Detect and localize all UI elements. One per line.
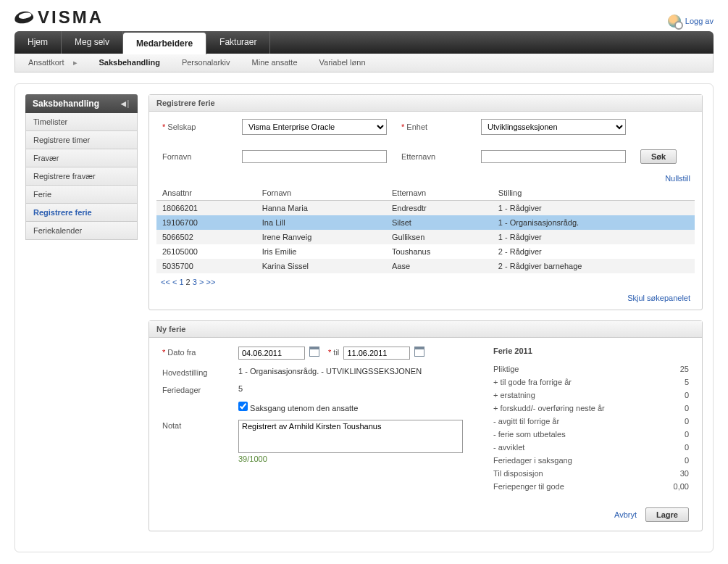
logout-label: Logg av <box>685 17 714 25</box>
cell: 5035700 <box>156 259 256 273</box>
cell: Toushanus <box>386 244 493 259</box>
sub-personalarkiv[interactable]: Personalarkiv <box>182 58 230 67</box>
nav-hjem[interactable]: Hjem <box>14 31 62 54</box>
summary-label: Feriedager i saksgang <box>493 456 572 465</box>
sub-mine-ansatte[interactable]: Mine ansatte <box>252 58 298 67</box>
bypass-checkbox[interactable] <box>238 402 248 411</box>
cell: 18066201 <box>156 201 256 216</box>
lname-label: Etternavn <box>401 152 466 161</box>
sidebar-item-registrere-fravaer[interactable]: Registrere fravær <box>25 167 138 186</box>
new-vacation-panel: Ny ferie * Dato fra * til Hovedstilli <box>148 320 703 531</box>
logout-link[interactable]: Logg av <box>668 14 714 28</box>
sidebar: Saksbehandling ◀│ Timelister Registrere … <box>25 94 138 542</box>
sidebar-item-timelister[interactable]: Timelister <box>25 113 138 131</box>
save-button[interactable]: Lagre <box>645 507 689 522</box>
hide-search-link[interactable]: Skjul søkepanelet <box>627 294 690 302</box>
days-value: 5 <box>238 384 243 393</box>
lname-input[interactable] <box>481 150 626 163</box>
collapse-icon: ◀│ <box>121 100 130 107</box>
col-etternavn[interactable]: Etternavn <box>386 186 493 201</box>
cell: 5066502 <box>156 230 256 244</box>
summary-row: Feriedager i saksgang0 <box>493 454 689 467</box>
summary-value: 0 <box>685 430 689 439</box>
summary-label: Pliktige <box>493 365 519 373</box>
search-panel: Registrere ferie * Selskap Visma Enterpr… <box>148 94 703 310</box>
new-vacation-title: Ny ferie <box>149 321 702 338</box>
table-row[interactable]: 5035700Karina SisselAase2 - Rådgiver bar… <box>156 259 695 273</box>
pager-first[interactable]: << <box>161 278 170 286</box>
results-table: Ansattnr Fornavn Etternavn Stilling 1806… <box>156 186 695 273</box>
user-settings-icon <box>668 14 681 28</box>
sub-saksbehandling[interactable]: Saksbehandling <box>99 58 160 67</box>
note-textarea[interactable]: Registrert av Arnhild Kirsten Toushanus <box>238 420 463 453</box>
nav-meg-selv[interactable]: Meg selv <box>62 31 123 54</box>
summary-row: + til gode fra forrige år5 <box>493 376 689 389</box>
summary-label: Feriepenger til gode <box>493 482 564 491</box>
reset-link[interactable]: Nullstill <box>665 174 690 183</box>
fname-label: Fornavn <box>162 152 227 161</box>
summary-label: - avviklet <box>493 443 524 452</box>
summary-value: 5 <box>685 378 689 386</box>
summary-label: - ferie som utbetales <box>493 430 566 439</box>
summary-label: + erstatning <box>493 391 535 399</box>
company-select[interactable]: Visma Enterprise Oracle <box>242 119 387 135</box>
calendar-icon[interactable] <box>414 347 424 357</box>
col-ansattnr[interactable]: Ansattnr <box>156 186 256 201</box>
calendar-icon[interactable] <box>309 347 319 357</box>
nav-fakturaer[interactable]: Fakturaer <box>206 31 270 54</box>
note-counter-max: /1000 <box>247 455 267 463</box>
pager-prev[interactable]: < <box>172 278 177 286</box>
pager-3[interactable]: 3 <box>193 278 197 286</box>
summary-value: 0 <box>685 443 689 452</box>
summary-label: + til gode fra forrige år <box>493 378 572 386</box>
summary-row: Pliktige25 <box>493 362 689 376</box>
brand-text: VISMA <box>38 7 104 28</box>
cell: 2 - Rådgiver barnehage <box>493 259 695 273</box>
fname-input[interactable] <box>242 150 387 163</box>
note-label: Notat <box>162 420 238 430</box>
summary-row: + erstatning0 <box>493 389 689 402</box>
cell: 1 - Organisasjonsrådg. <box>493 215 695 230</box>
sidebar-item-feriekalender[interactable]: Feriekalender <box>25 222 138 240</box>
summary-value: 30 <box>680 469 689 478</box>
bypass-checkbox-wrap[interactable]: Saksgang utenom den ansatte <box>238 402 358 412</box>
search-button[interactable]: Søk <box>640 149 677 164</box>
brand-icon <box>14 10 34 25</box>
summary-row: - avviklet0 <box>493 441 689 454</box>
sidebar-item-registrere-ferie[interactable]: Registrere ferie <box>25 204 138 222</box>
summary-title: Ferie 2011 <box>493 347 689 355</box>
unit-select[interactable]: Utviklingsseksjonen <box>481 119 626 135</box>
summary-label: Til disposisjon <box>493 469 543 478</box>
date-from-input[interactable] <box>238 347 305 360</box>
sub-variabel-lonn[interactable]: Variabel lønn <box>319 58 366 67</box>
date-to-input[interactable] <box>343 347 410 360</box>
summary-value: 0 <box>685 404 689 412</box>
search-panel-title: Registrere ferie <box>149 95 702 112</box>
col-fornavn[interactable]: Fornavn <box>256 186 386 201</box>
sub-ansattkort[interactable]: Ansattkort <box>28 58 64 67</box>
nav-medarbeidere[interactable]: Medarbeidere <box>123 33 206 54</box>
pager-last[interactable]: >> <box>206 278 215 286</box>
cell: 1 - Rådgiver <box>493 201 695 216</box>
summary-row: + forskudd/- overføring neste år0 <box>493 402 689 415</box>
date-to-label: * til <box>328 347 339 357</box>
sidebar-title[interactable]: Saksbehandling ◀│ <box>25 94 138 113</box>
summary-value: 0,00 <box>674 482 689 491</box>
table-row[interactable]: 5066502Irene RanveigGulliksen1 - Rådgive… <box>156 230 695 244</box>
pager-1[interactable]: 1 <box>179 278 183 286</box>
days-label: Feriedager <box>162 384 238 394</box>
summary-row: - avgitt til forrige år0 <box>493 415 689 428</box>
cell: Karina Sissel <box>256 259 386 273</box>
table-row[interactable]: 18066201Hanna MariaEndresdtr1 - Rådgiver <box>156 201 695 216</box>
sidebar-item-fravaer[interactable]: Fravær <box>25 149 138 167</box>
position-label: Hovedstilling <box>162 367 238 377</box>
pager-next[interactable]: > <box>199 278 204 286</box>
table-row[interactable]: 26105000Iris EmilieToushanus2 - Rådgiver <box>156 244 695 259</box>
sidebar-item-ferie[interactable]: Ferie <box>25 186 138 204</box>
col-stilling[interactable]: Stilling <box>493 186 695 201</box>
pager-2[interactable]: 2 <box>186 278 191 286</box>
sidebar-item-registrere-timer[interactable]: Registrere timer <box>25 131 138 149</box>
summary-row: Feriepenger til gode0,00 <box>493 480 689 493</box>
table-row[interactable]: 19106700Ina LillSilset1 - Organisasjonsr… <box>156 215 695 230</box>
cancel-link[interactable]: Avbryt <box>614 510 637 519</box>
